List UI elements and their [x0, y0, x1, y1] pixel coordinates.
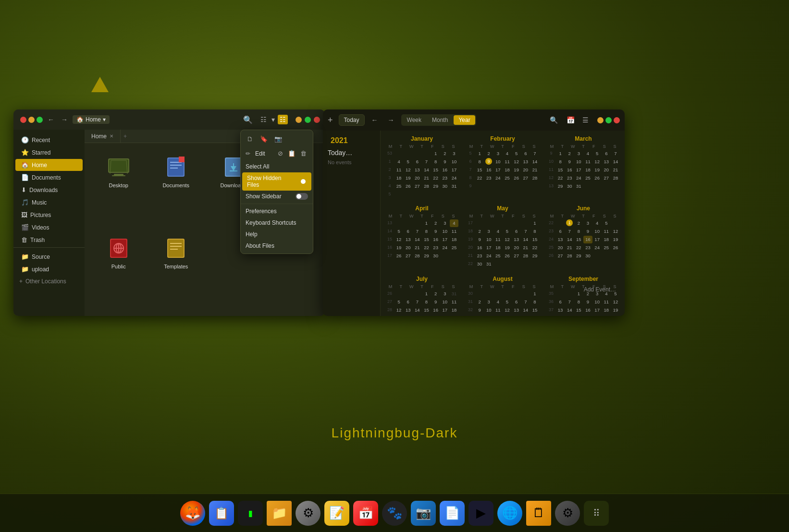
list-view-button[interactable]: ☷	[259, 115, 269, 124]
window-maximize-button[interactable]	[37, 117, 43, 123]
sidebar-item-recent[interactable]: 🕐 Recent	[15, 134, 83, 146]
taskbar-gnome[interactable]: 🐾	[382, 501, 407, 526]
taskbar-files[interactable]: 📁	[267, 501, 292, 526]
menu-help-label: Help	[246, 231, 258, 238]
cal-day-headers-jul: MTWTFSS	[385, 284, 458, 289]
home-sidebar-icon: 🏠	[21, 161, 29, 169]
cal-win-close-btn[interactable]	[614, 117, 620, 123]
cal-day-headers-jun: MTWTFSS	[547, 214, 620, 218]
grid-view-button[interactable]: ☷	[278, 115, 288, 124]
window-minimize-button[interactable]	[28, 117, 35, 123]
add-icon: +	[19, 278, 23, 285]
taskbar-browser[interactable]: 🌐	[497, 501, 522, 526]
sidebar-item-pictures[interactable]: 🖼 Pictures	[15, 209, 83, 221]
show-sidebar-toggle[interactable]	[296, 193, 308, 200]
breadcrumb-arrow: ▾	[103, 116, 106, 123]
cal-year-tab[interactable]: Year	[454, 115, 475, 125]
menu-edit-copy[interactable]: ⊘	[276, 148, 284, 158]
search-button[interactable]: 🔍	[240, 115, 256, 124]
cal-today-panel: 2021 Today… No events	[323, 131, 381, 316]
taskbar-notes[interactable]: 📋	[209, 501, 234, 526]
cal-calendar-button[interactable]: 📅	[565, 116, 577, 124]
sidebar-item-source[interactable]: 📁 Source	[15, 251, 83, 263]
cal-today-title: Today…	[328, 149, 375, 157]
view-controls: ☷ ▾ ☷	[259, 115, 288, 124]
templates-file-icon	[162, 235, 189, 262]
sidebar-item-music[interactable]: 🎵 Music	[15, 196, 83, 208]
menu-preferences[interactable]: Preferences	[241, 206, 313, 217]
show-hidden-toggle[interactable]	[295, 178, 307, 185]
gnome-icon: 🐾	[387, 506, 402, 520]
cal-win-max-btn[interactable]	[605, 117, 612, 123]
file-item-documents[interactable]: Documents	[149, 150, 204, 228]
breadcrumb[interactable]: 🏠 Home ▾	[73, 115, 110, 124]
cal-add-event-button[interactable]: Add Event…	[584, 286, 616, 293]
cal-win-min-btn[interactable]	[597, 117, 604, 123]
menu-about-files[interactable]: About Files	[241, 240, 313, 252]
window-close-button[interactable]	[20, 117, 26, 123]
cal-month-title-mar: March	[547, 135, 620, 142]
nav-forward-button[interactable]: →	[59, 115, 70, 124]
menu-show-sidebar[interactable]: Show Sidebar	[241, 191, 313, 202]
sidebar-item-starred[interactable]: ⭐ Starred	[15, 146, 83, 158]
menu-keyboard-shortcuts[interactable]: Keyboard Shortcuts	[241, 217, 313, 229]
sidebar-item-upload[interactable]: 📁 upload	[15, 263, 83, 275]
cal-menu-button[interactable]: ☰	[580, 116, 591, 124]
calendar-body: 2021 Today… No events January MTWTFSS 53…	[323, 131, 625, 316]
view-menu-button[interactable]: ▾	[270, 115, 277, 124]
taskbar-sticky-notes[interactable]: 🗒	[526, 501, 551, 526]
sidebar-item-documents[interactable]: 📄 Documents	[15, 171, 83, 183]
menu-camera-icon[interactable]: 📷	[273, 134, 284, 144]
new-tab-button[interactable]: +	[121, 133, 130, 140]
cal-search-button[interactable]: 🔍	[547, 116, 561, 124]
cal-win-close[interactable]	[314, 117, 320, 123]
menu-edit-trash[interactable]: 🗑	[299, 148, 308, 158]
menu-edit[interactable]: ✏ Edit ⊘ 📋 🗑	[241, 146, 313, 161]
menu-edit-paste[interactable]: 📋	[286, 148, 297, 158]
tab-close-button[interactable]: ✕	[110, 133, 113, 139]
menu-show-sidebar-label: Show Sidebar	[246, 193, 282, 200]
menu-show-hidden-files[interactable]: Show Hidden Files	[242, 172, 311, 191]
cal-year-label: 2021	[328, 136, 375, 145]
taskbar-docs[interactable]: 📄	[440, 501, 465, 526]
cal-add-button[interactable]: +	[328, 115, 333, 125]
sidebar-item-downloads[interactable]: ⬇ Downloads	[15, 184, 83, 196]
cal-prev-button[interactable]: ←	[369, 115, 381, 125]
sidebar-other-locations[interactable]: + Other Locations	[13, 276, 85, 287]
sidebar-item-videos[interactable]: 🎬 Videos	[15, 221, 83, 233]
file-item-public[interactable]: Public	[91, 231, 146, 309]
sidebar-item-trash[interactable]: 🗑 Trash	[15, 234, 83, 246]
taskbar-system[interactable]: ⚙	[555, 501, 580, 526]
taskbar-settings[interactable]: ⚙	[296, 501, 321, 526]
menu-bookmark-icon[interactable]: 🔖	[259, 134, 269, 144]
cal-week-tab[interactable]: Week	[402, 115, 426, 125]
taskbar-music[interactable]: ▶	[468, 501, 493, 526]
cal-month-tab[interactable]: Month	[427, 115, 453, 125]
cal-win-min[interactable]	[296, 117, 302, 123]
file-item-templates[interactable]: Templates	[149, 231, 204, 309]
taskbar-notepad[interactable]: 📝	[324, 501, 349, 526]
music-icon: 🎵	[21, 199, 29, 206]
taskbar: 🦊 📋 ▮ 📁 ⚙ 📝 📅 🐾 📷 📄 ▶ 🌐 🗒 ⚙ ⠿	[0, 494, 789, 532]
menu-show-hidden-label: Show Hidden Files	[247, 175, 292, 188]
calendar-window: + Today ← → Week Month Year 🔍 📅 ☰ 2021 T…	[323, 109, 625, 316]
documents-file-label: Documents	[162, 182, 189, 188]
cal-win-max[interactable]	[305, 117, 311, 123]
tab-home[interactable]: Home ✕	[85, 130, 121, 143]
taskbar-calendar[interactable]: 📅	[353, 501, 378, 526]
desktop-label: Lightningbug-Dark	[332, 425, 458, 441]
menu-help[interactable]: Help	[241, 229, 313, 240]
menu-new-icon[interactable]: 🗋	[246, 134, 255, 144]
cal-today-button[interactable]: Today	[339, 114, 365, 126]
taskbar-firefox[interactable]: 🦊	[180, 501, 205, 526]
taskbar-apps[interactable]: ⠿	[584, 501, 609, 526]
cal-month-title-jul: July	[385, 276, 458, 282]
videos-icon: 🎬	[21, 224, 29, 231]
sidebar-item-home[interactable]: 🏠 Home	[15, 159, 83, 171]
file-item-desktop[interactable]: Desktop	[91, 150, 146, 228]
nav-back-button[interactable]: ←	[46, 115, 56, 124]
taskbar-camera[interactable]: 📷	[411, 501, 436, 526]
menu-select-all[interactable]: Select All	[241, 161, 313, 172]
cal-next-button[interactable]: →	[385, 115, 397, 125]
taskbar-terminal[interactable]: ▮	[238, 501, 263, 526]
